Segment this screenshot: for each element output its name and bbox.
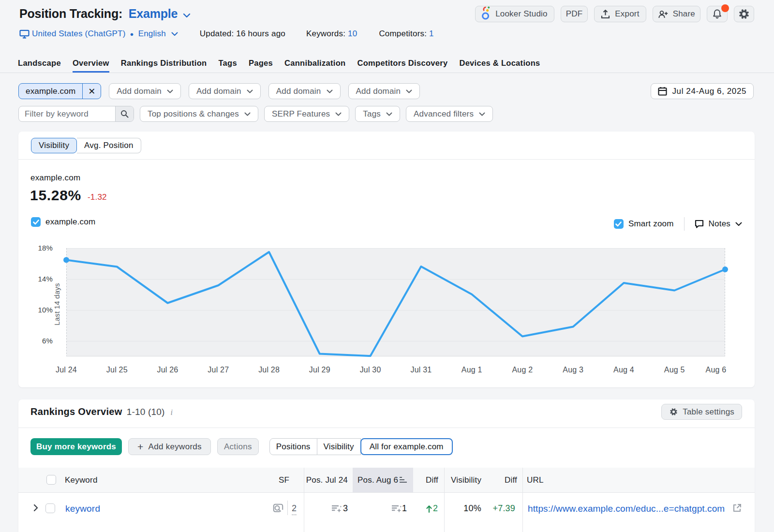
svg-text:Aug 3: Aug 3: [563, 366, 583, 374]
svg-text:Jul 31: Jul 31: [410, 366, 432, 374]
svg-text:Jul 24: Jul 24: [56, 366, 77, 374]
svg-text:Aug 4: Aug 4: [613, 366, 634, 374]
svg-text:Jul 28: Jul 28: [258, 366, 280, 374]
svg-text:Jul 30: Jul 30: [360, 366, 381, 374]
svg-text:Last 14 days: Last 14 days: [53, 283, 61, 325]
svg-text:6%: 6%: [42, 337, 53, 345]
svg-text:Aug 6: Aug 6: [706, 366, 727, 374]
svg-text:Jul 26: Jul 26: [157, 366, 179, 374]
svg-text:Jul 29: Jul 29: [309, 366, 330, 374]
svg-text:18%: 18%: [38, 244, 53, 252]
svg-text:Jul 25: Jul 25: [106, 366, 128, 374]
svg-text:Jul 27: Jul 27: [208, 366, 229, 374]
svg-text:Aug 5: Aug 5: [664, 366, 685, 374]
svg-text:Aug 1: Aug 1: [461, 366, 482, 374]
svg-text:14%: 14%: [38, 275, 53, 283]
svg-text:10%: 10%: [38, 306, 53, 314]
svg-text:Aug 2: Aug 2: [512, 366, 533, 374]
